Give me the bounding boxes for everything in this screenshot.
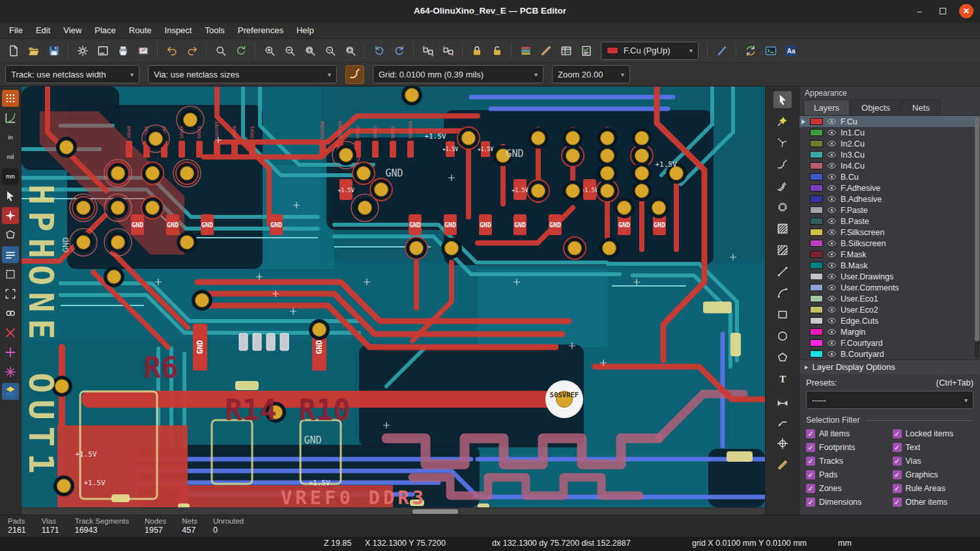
drc-check-button[interactable] bbox=[577, 41, 596, 60]
menu-preferences[interactable]: Preferences bbox=[231, 22, 290, 39]
layer-color-swatch[interactable] bbox=[810, 229, 823, 236]
layer-display-options[interactable]: ▸ Layer Display Options bbox=[800, 360, 980, 374]
place-footprint-button[interactable] bbox=[773, 199, 792, 216]
menu-place[interactable]: Place bbox=[88, 22, 122, 39]
menu-help[interactable]: Help bbox=[290, 22, 321, 39]
measure-button[interactable] bbox=[773, 457, 792, 473]
filter-graphics[interactable]: ✓Graphics bbox=[893, 470, 977, 479]
layer-row-b-courtyard[interactable]: B.Courtyard bbox=[800, 348, 980, 360]
visibility-eye-icon[interactable] bbox=[827, 261, 837, 270]
checkbox-icon[interactable]: ✓ bbox=[893, 443, 902, 452]
filter-zones[interactable]: ✓Zones bbox=[806, 484, 890, 493]
layer-color-swatch[interactable] bbox=[810, 273, 823, 280]
visibility-eye-icon[interactable] bbox=[827, 294, 837, 304]
layer-color-swatch[interactable] bbox=[810, 173, 823, 180]
checkbox-icon[interactable]: ✓ bbox=[806, 443, 815, 452]
layers-scrollbar[interactable] bbox=[975, 117, 979, 358]
checkbox-icon[interactable]: ✓ bbox=[893, 498, 902, 507]
checkbox-icon[interactable]: ✓ bbox=[806, 484, 815, 493]
visibility-eye-icon[interactable] bbox=[827, 338, 837, 348]
layer-row-in3-cu[interactable]: In3.Cu bbox=[800, 149, 980, 160]
add-dimension-button[interactable] bbox=[773, 392, 792, 409]
layer-row-b-adhesive[interactable]: B.Adhesive bbox=[800, 193, 980, 205]
layers-manager-button[interactable] bbox=[516, 41, 535, 60]
close-button[interactable]: ✕ bbox=[959, 4, 973, 18]
layer-row-f-cu[interactable]: F.Cu bbox=[800, 116, 980, 127]
print-button[interactable] bbox=[113, 41, 132, 60]
layer-row-f-adhesive[interactable]: F.Adhesive bbox=[800, 182, 980, 193]
checkbox-icon[interactable]: ✓ bbox=[806, 457, 815, 466]
filter-rule-areas[interactable]: ✓Rule Areas bbox=[893, 484, 977, 493]
layer-color-swatch[interactable] bbox=[810, 317, 823, 324]
zone-outline-mode-button[interactable] bbox=[2, 227, 19, 244]
ratsnest-line-mode-button[interactable] bbox=[2, 363, 19, 380]
layer-row-f-mask[interactable]: F.Mask bbox=[800, 249, 980, 260]
layer-row-user-eco1[interactable]: User.Eco1 bbox=[800, 293, 980, 304]
layer-color-swatch[interactable] bbox=[810, 295, 823, 302]
units-mm-button[interactable]: mm bbox=[2, 168, 19, 185]
layer-color-swatch[interactable] bbox=[810, 206, 823, 214]
find-button[interactable] bbox=[211, 41, 230, 60]
measurement-tool-button[interactable] bbox=[536, 41, 555, 60]
sketch-pads-mode-button[interactable] bbox=[2, 266, 19, 283]
add-leader-button[interactable] bbox=[773, 414, 792, 431]
layer-row-in4-cu[interactable]: In4.Cu bbox=[800, 160, 980, 171]
layer-row-user-comments[interactable]: User.Comments bbox=[800, 282, 980, 293]
visibility-eye-icon[interactable] bbox=[827, 349, 837, 359]
visibility-eye-icon[interactable] bbox=[827, 150, 837, 160]
layer-color-swatch[interactable] bbox=[810, 339, 823, 346]
toggle-grid-button[interactable] bbox=[2, 90, 19, 107]
checkbox-icon[interactable]: ✓ bbox=[893, 457, 902, 466]
checkbox-icon[interactable]: ✓ bbox=[806, 429, 815, 438]
tab-objects[interactable]: Objects bbox=[851, 100, 901, 115]
visibility-eye-icon[interactable] bbox=[827, 194, 837, 204]
track-width-select[interactable]: Track: use netclass width ▾ bbox=[5, 65, 139, 83]
layer-row-in2-cu[interactable]: In2.Cu bbox=[800, 138, 980, 149]
visibility-eye-icon[interactable] bbox=[827, 327, 837, 337]
zoom-fit-objects-button[interactable] bbox=[321, 41, 339, 60]
layer-row-user-eco2[interactable]: User.Eco2 bbox=[800, 304, 980, 315]
open-board-button[interactable] bbox=[24, 41, 43, 60]
draw-polygon-button[interactable] bbox=[773, 349, 792, 366]
layer-row-b-silkscreen[interactable]: B.Silkscreen bbox=[800, 238, 980, 249]
checkbox-icon[interactable]: ✓ bbox=[893, 470, 902, 479]
units-inches-button[interactable]: in bbox=[2, 129, 19, 146]
zoom-selection-button[interactable] bbox=[341, 41, 360, 60]
layer-row-user-drawings[interactable]: User.Drawings bbox=[800, 271, 980, 282]
zoom-in-button[interactable] bbox=[260, 41, 279, 60]
ungroup-items-button[interactable] bbox=[439, 41, 457, 60]
layer-row-f-paste[interactable]: F.Paste bbox=[800, 205, 980, 216]
grid-origin-button[interactable] bbox=[773, 435, 792, 452]
draw-circle-button[interactable] bbox=[773, 328, 792, 345]
sketch-footprints-mode-button[interactable] bbox=[2, 285, 19, 302]
active-layer-select[interactable]: F.Cu (PgUp) ▾ bbox=[601, 42, 699, 60]
draw-rule-area-button[interactable] bbox=[773, 242, 792, 259]
local-ratsnest-button[interactable] bbox=[773, 134, 792, 151]
text-settings-button[interactable]: Aa bbox=[781, 41, 800, 60]
new-board-button[interactable] bbox=[4, 41, 23, 60]
layers-scrollbar-thumb[interactable] bbox=[975, 117, 979, 341]
filter-pads[interactable]: ✓Pads bbox=[806, 470, 890, 479]
filter-vias[interactable]: ✓Vias bbox=[893, 457, 977, 466]
visibility-eye-icon[interactable] bbox=[827, 172, 837, 182]
visibility-eye-icon[interactable] bbox=[827, 216, 837, 226]
tab-nets[interactable]: Nets bbox=[902, 100, 940, 115]
add-text-button[interactable]: T bbox=[773, 371, 792, 388]
layer-color-swatch[interactable] bbox=[810, 140, 823, 147]
layer-color-swatch[interactable] bbox=[810, 162, 823, 169]
filter-tracks[interactable]: ✓Tracks bbox=[806, 457, 890, 466]
save-board-button[interactable] bbox=[44, 41, 63, 60]
draw-zone-button[interactable] bbox=[773, 220, 792, 237]
grid-select[interactable]: Grid: 0.0100 mm (0.39 mils) ▾ bbox=[373, 65, 543, 83]
visibility-eye-icon[interactable] bbox=[827, 117, 837, 126]
checkbox-icon[interactable]: ✓ bbox=[806, 498, 815, 507]
visibility-eye-icon[interactable] bbox=[827, 283, 837, 292]
filter-dimensions[interactable]: ✓Dimensions bbox=[806, 498, 890, 507]
checkbox-icon[interactable]: ✓ bbox=[893, 484, 902, 493]
pcb-board-view[interactable]: S0SA0S0SA1S0SA2S0SA4S0SA5S0SVREFS0SD0S0S… bbox=[22, 87, 765, 507]
layer-row-b-cu[interactable]: B.Cu bbox=[800, 171, 980, 182]
minimize-button[interactable]: – bbox=[912, 4, 927, 18]
layer-color-swatch[interactable] bbox=[810, 195, 823, 203]
tab-layers[interactable]: Layers bbox=[803, 100, 850, 115]
layer-color-swatch[interactable] bbox=[810, 240, 823, 247]
